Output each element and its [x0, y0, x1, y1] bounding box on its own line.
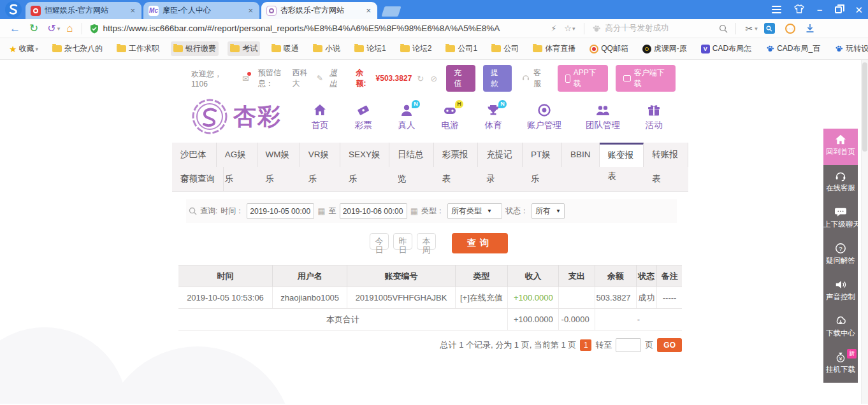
bookmark-folder-3[interactable]: 银行缴费 [171, 41, 219, 56]
tab-ag[interactable]: AG娱乐 [217, 143, 257, 167]
bookmark-qq-mail[interactable]: QQ邮箱 [587, 41, 631, 56]
nav-team-management[interactable]: 团队管理 [574, 103, 632, 131]
home-icon[interactable]: ⌂ [66, 22, 73, 35]
calendar-icon[interactable]: ▦ [410, 206, 418, 216]
search-box[interactable]: 高分十号发射成功 [588, 23, 732, 34]
nav-promotions[interactable]: 活动 [632, 103, 676, 131]
refresh-balance-icon[interactable]: ↻ [417, 74, 424, 83]
nav-live-casino[interactable]: N 真人 [385, 103, 428, 131]
nav-account-management[interactable]: 账户管理 [515, 103, 574, 131]
tab-vr[interactable]: VR娱乐 [300, 143, 340, 167]
logout-link[interactable]: 退出 [329, 68, 343, 89]
download-manager-icon[interactable] [806, 24, 814, 33]
search-icon[interactable] [719, 24, 728, 33]
bookmark-folder-11[interactable]: 体育直播 [530, 41, 578, 56]
time-to-input[interactable] [340, 203, 407, 219]
bookmark-folder-1[interactable]: 杂七杂八的 [50, 41, 105, 56]
search-placeholder[interactable]: 高分十号发射成功 [605, 23, 719, 34]
bookmark-hukewang[interactable]: 虎课网-原 [640, 41, 690, 56]
tab-daily-summary[interactable]: 日结总览 [389, 143, 434, 167]
tab2-close-icon[interactable]: × [247, 6, 254, 15]
type-select[interactable]: 所有类型▼ [447, 203, 502, 219]
scrollbar-thumb[interactable] [862, 62, 867, 152]
undo-icon[interactable]: ↺ [47, 22, 55, 34]
sidebar-item-online-service[interactable]: 在线客服 [823, 165, 858, 201]
tab-transfer-report[interactable]: 转账报表 [644, 143, 688, 167]
reload-icon[interactable]: ↻ [29, 22, 38, 35]
current-page-button[interactable]: 1 [580, 339, 591, 351]
sogou-search-extension-icon[interactable] [764, 23, 775, 34]
query-submit-button[interactable]: 查询 [452, 233, 508, 253]
security-shield-icon[interactable] [90, 24, 99, 34]
go-button[interactable]: GO [657, 338, 682, 352]
edit-icon[interactable]: ✎ [317, 74, 323, 83]
time-from-input[interactable] [247, 203, 314, 219]
tab-bbin[interactable]: BBIN [562, 143, 600, 167]
tab-wm[interactable]: WM娱乐 [257, 143, 300, 167]
mail-icon[interactable]: ✉ [242, 74, 249, 83]
sidebar-item-chat[interactable]: 上下级聊天 [823, 201, 858, 238]
bookmark-folder-4[interactable]: 考试 [228, 41, 260, 56]
tab3-close-icon[interactable]: × [365, 6, 372, 15]
client-download-button[interactable]: 客户端下载 [616, 65, 676, 92]
tab-lottery-report[interactable]: 彩票报表 [434, 143, 479, 167]
restore-icon[interactable] [835, 6, 842, 13]
favorite-star-icon[interactable]: ☆ [564, 24, 572, 33]
browser-tab-2[interactable]: Mc 摩臣-个人中心 × [143, 2, 259, 19]
sidebar-item-download-center[interactable]: 下载中心 [823, 310, 858, 346]
tab-account-change-report-active[interactable]: 账变报表 [600, 143, 644, 167]
sidebar-item-hangup-download[interactable]: 新 ¥ 挂机下载 [823, 346, 858, 383]
calendar-icon[interactable]: ▦ [317, 206, 325, 216]
browser-tab-3-active[interactable]: 杏彩娱乐-官方网站 × [261, 2, 377, 19]
bookmark-folder-5[interactable]: 暖通 [269, 41, 301, 56]
browser-menu-icon[interactable] [772, 4, 781, 15]
page-scrollbar[interactable] [861, 60, 868, 404]
bookmark-folder-10[interactable]: 公司 [489, 41, 521, 56]
today-button[interactable]: 今日 [370, 233, 389, 250]
sogou-browser-logo[interactable] [4, 0, 23, 19]
tab-deposit-withdraw-records[interactable]: 充提记录 [478, 143, 523, 167]
scissors-dropdown-icon[interactable]: ▾ [755, 25, 758, 32]
browser-tab-1[interactable]: 恒耀娱乐-官方网站 × [25, 2, 141, 19]
app-download-button[interactable]: APP下载 [558, 65, 609, 92]
nav-home[interactable]: 首页 [298, 103, 342, 131]
screenshot-scissors-icon[interactable]: ✂ [745, 24, 753, 34]
customer-service-headset-icon[interactable] [522, 74, 530, 83]
sidebar-item-back-home[interactable]: 回到首页 [823, 129, 858, 165]
url-text[interactable]: https://www.isc666bar.com/#/report/perso… [103, 24, 547, 33]
undo-dropdown-icon[interactable]: ▾ [57, 25, 61, 32]
bookmark-folder-8[interactable]: 论坛2 [398, 41, 435, 56]
address-bar[interactable]: https://www.isc666bar.com/#/report/perso… [86, 24, 580, 34]
tab-sexy[interactable]: SEXY娱乐 [340, 143, 389, 167]
this-week-button[interactable]: 本周 [417, 233, 436, 250]
bookmark-folder-9[interactable]: 公司1 [443, 41, 480, 56]
customer-service-label[interactable]: 客服 [533, 68, 547, 89]
tab1-close-icon[interactable]: × [129, 6, 136, 15]
site-logo[interactable]: 杏彩 [191, 98, 286, 135]
sidebar-item-faq[interactable]: ? 疑问解答 [823, 238, 858, 274]
yesterday-button[interactable]: 昨日 [393, 233, 412, 250]
back-icon[interactable]: ← [10, 22, 20, 35]
tab-pt[interactable]: PT娱乐 [523, 143, 562, 167]
nav-lottery[interactable]: 彩票 [342, 103, 385, 131]
extensions-more-icon[interactable]: ··· [785, 24, 795, 34]
minimize-icon[interactable]: − [817, 5, 823, 15]
address-dropdown-icon[interactable]: ▾ [572, 25, 575, 32]
status-select[interactable]: 所有▼ [532, 203, 565, 219]
bookmark-folder-2[interactable]: 工作求职 [114, 41, 162, 56]
lightning-icon[interactable]: ⚡ [551, 24, 556, 33]
goto-page-input[interactable] [616, 338, 641, 352]
recharge-button[interactable]: 充值 [446, 65, 475, 92]
tab-shaba-sports[interactable]: 沙巴体育 [172, 143, 217, 167]
bookmark-folder-7[interactable]: 论坛1 [352, 41, 389, 56]
withdraw-button[interactable]: 提款 [483, 65, 512, 92]
bookmark-folder-6[interactable]: 小说 [310, 41, 343, 56]
sidebar-item-sound[interactable]: 声音控制 [823, 274, 858, 310]
close-window-icon[interactable]: ✕ [855, 5, 863, 15]
hide-balance-icon[interactable]: ⊘ [430, 74, 437, 83]
bookmark-design-baidu[interactable]: 玩转设计_ [832, 41, 868, 56]
bookmark-cad-v[interactable]: VCAD布局怎 [698, 41, 754, 56]
skin-tshirt-icon[interactable] [794, 4, 804, 15]
nav-egames[interactable]: H 电游 [428, 103, 472, 131]
bookmarks-menu[interactable]: ★ 收藏 ▾ [6, 41, 41, 56]
